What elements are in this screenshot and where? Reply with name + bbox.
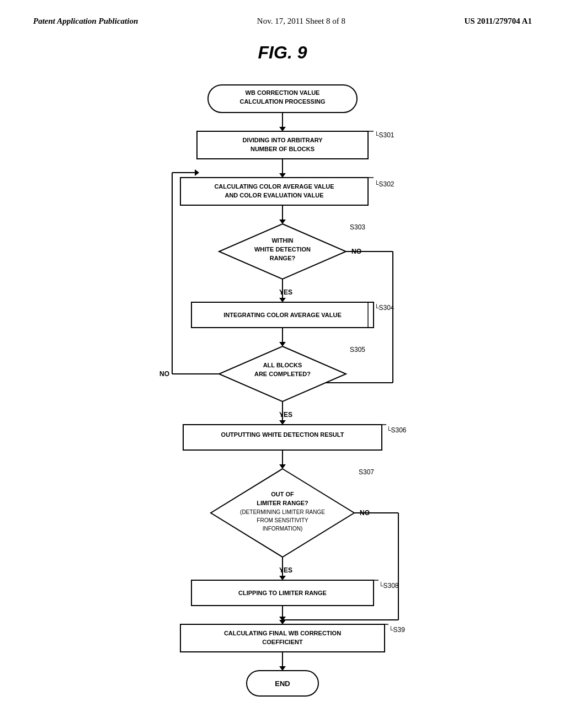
patent-number: US 2011/279704 A1 (464, 17, 532, 26)
svg-text:END: END (275, 679, 290, 688)
svg-text:INTEGRATING COLOR AVERAGE VALU: INTEGRATING COLOR AVERAGE VALUE (223, 312, 342, 318)
svg-marker-81 (279, 620, 286, 624)
flowchart-diagram: WB CORRECTION VALUE CALCULATION PROCESSI… (89, 79, 476, 716)
svg-text:ARE COMPLETED?: ARE COMPLETED? (254, 371, 311, 377)
svg-text:CALCULATING COLOR AVERAGE VALU: CALCULATING COLOR AVERAGE VALUE (214, 183, 334, 190)
svg-text:(DETERMINING LIMITER RANGE: (DETERMINING LIMITER RANGE (240, 509, 325, 515)
svg-text:DIVIDING INTO ARBITRARY: DIVIDING INTO ARBITRARY (242, 137, 323, 143)
svg-text:└S301: └S301 (374, 131, 395, 139)
flowchart-svg: WB CORRECTION VALUE CALCULATION PROCESSI… (89, 79, 476, 714)
svg-text:YES: YES (279, 288, 292, 296)
svg-text:S307: S307 (359, 468, 374, 476)
svg-text:└S39: └S39 (388, 626, 405, 634)
svg-text:ALL BLOCKS: ALL BLOCKS (263, 362, 302, 368)
svg-text:└S308: └S308 (379, 582, 399, 590)
svg-marker-89 (279, 666, 286, 671)
svg-text:RANGE?: RANGE? (270, 255, 296, 261)
svg-rect-13 (180, 178, 368, 205)
svg-marker-59 (279, 464, 286, 469)
publication-label: Patent Application Publication (33, 17, 138, 26)
svg-text:OUTPUTTING WHITE DETECTION RES: OUTPUTTING WHITE DETECTION RESULT (221, 431, 344, 438)
svg-text:└S306: └S306 (386, 426, 407, 434)
svg-text:WB CORRECTION VALUE: WB CORRECTION VALUE (246, 89, 320, 96)
svg-text:WITHIN: WITHIN (271, 237, 293, 244)
page-header: Patent Application Publication Nov. 17, … (0, 0, 565, 31)
svg-rect-5 (197, 131, 368, 159)
page: Patent Application Publication Nov. 17, … (0, 0, 565, 728)
svg-marker-4 (279, 127, 286, 131)
svg-text:WHITE DETECTION: WHITE DETECTION (254, 246, 311, 253)
svg-text:FROM SENSITIVITY: FROM SENSITIVITY (257, 517, 308, 523)
svg-text:└S304: └S304 (374, 304, 395, 312)
svg-marker-20 (279, 220, 286, 224)
svg-text:NO: NO (159, 370, 169, 378)
svg-rect-82 (180, 624, 385, 652)
svg-text:S303: S303 (350, 223, 365, 231)
svg-marker-12 (279, 173, 286, 178)
svg-text:YES: YES (279, 411, 292, 419)
svg-marker-70 (279, 576, 286, 580)
svg-text:COEFFICIENT: COEFFICIENT (262, 639, 303, 645)
svg-text:AND COLOR EVALUATION VALUE: AND COLOR EVALUATION VALUE (225, 192, 323, 199)
svg-text:└S302: └S302 (374, 180, 395, 188)
date-sheet-label: Nov. 17, 2011 Sheet 8 of 8 (257, 17, 345, 26)
svg-text:NUMBER OF BLOCKS: NUMBER OF BLOCKS (250, 146, 315, 152)
svg-marker-52 (195, 169, 199, 176)
figure-title: FIG. 9 (258, 42, 307, 63)
svg-text:OUT OF: OUT OF (271, 491, 294, 497)
svg-text:CLIPPING TO LIMITER RANGE: CLIPPING TO LIMITER RANGE (238, 590, 327, 596)
svg-marker-48 (279, 420, 286, 425)
svg-text:CALCULATING FINAL WB CORRECTIO: CALCULATING FINAL WB CORRECTION (224, 630, 341, 636)
svg-marker-40 (279, 342, 286, 346)
svg-text:INFORMATION): INFORMATION) (263, 526, 303, 532)
flowchart-area: FIG. 9 WB CORRECTION VALUE CALCULATION P… (0, 31, 565, 728)
svg-marker-29 (279, 298, 286, 302)
svg-text:LIMITER RANGE?: LIMITER RANGE? (257, 500, 308, 506)
svg-text:YES: YES (279, 566, 292, 574)
svg-text:S305: S305 (350, 346, 365, 354)
svg-text:CALCULATION PROCESSING: CALCULATION PROCESSING (239, 98, 325, 105)
